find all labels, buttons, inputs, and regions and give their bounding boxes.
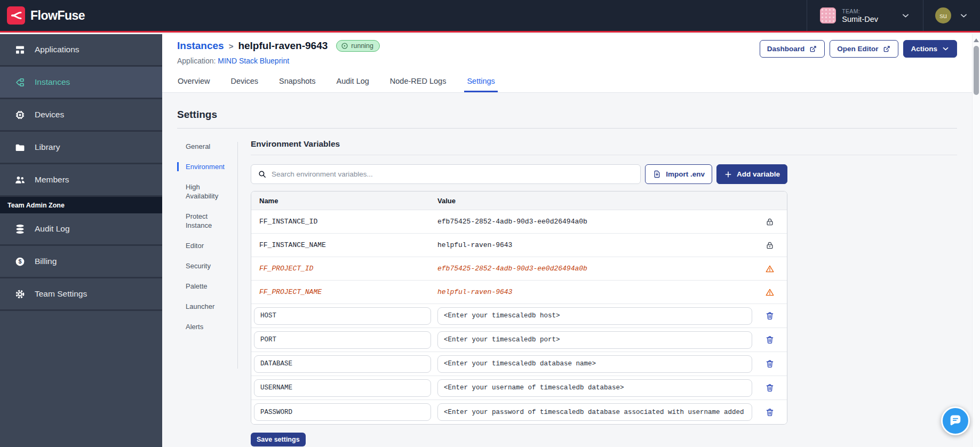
application-link[interactable]: MIND Stack Blueprint [218, 57, 289, 65]
search-input[interactable] [272, 170, 634, 178]
settings-content: Settings General Environment High Availa… [162, 93, 972, 447]
import-env-label: Import .env [666, 170, 705, 178]
chat-widget-button[interactable] [941, 406, 970, 435]
trash-icon[interactable] [753, 311, 787, 321]
sidebar-item-label: Devices [35, 110, 64, 119]
subnav-protect-instance[interactable]: Protect Instance [177, 212, 233, 230]
settings-body: General Environment High Availability Pr… [177, 129, 957, 446]
tab-devices[interactable]: Devices [230, 71, 259, 92]
env-var-value-input[interactable] [437, 403, 752, 421]
env-var-name-input[interactable] [254, 331, 431, 349]
brand-name: FlowFuse [30, 9, 85, 23]
instances-icon [14, 77, 26, 88]
table-row [251, 376, 787, 400]
sidebar-item-label: Audit Log [35, 224, 70, 234]
status-badge: running [336, 40, 380, 52]
subnav-environment[interactable]: Environment [177, 162, 233, 171]
warning-icon [753, 288, 787, 297]
open-editor-button-label: Open Editor [837, 45, 878, 53]
table-row: FF_INSTANCE_NAME helpful-raven-9643 [251, 234, 787, 257]
table-header: Name Value [251, 191, 787, 210]
topbar: FlowFuse TEAM: Sumit-Dev su [0, 0, 980, 33]
header-buttons: Dashboard Open Editor Actions [760, 40, 957, 58]
environment-table: Name Value FF_INSTANCE_ID efb75425-2852-… [251, 191, 787, 425]
applications-icon [14, 44, 26, 55]
tab-overview[interactable]: Overview [177, 71, 210, 92]
settings-subnav: General Environment High Availability Pr… [177, 129, 237, 446]
subnav-editor[interactable]: Editor [177, 241, 233, 250]
sidebar-item-library[interactable]: Library [0, 132, 162, 164]
settings-title: Settings [177, 109, 957, 121]
play-circle-icon [341, 42, 348, 50]
search-icon [258, 170, 267, 179]
trash-icon[interactable] [753, 359, 787, 369]
flowfuse-logo[interactable]: FlowFuse [7, 6, 85, 25]
page-header: Instances > helpful-raven-9643 running A… [162, 34, 972, 71]
table-row [251, 352, 787, 376]
env-var-value-input[interactable] [437, 331, 752, 349]
environment-title: Environment Variables [251, 139, 957, 155]
scrollbar-up-arrow[interactable] [974, 38, 979, 42]
env-var-name-input[interactable] [254, 379, 431, 397]
subnav-palette[interactable]: Palette [177, 282, 233, 291]
sidebar-item-members[interactable]: Members [0, 164, 162, 197]
actions-button[interactable]: Actions [903, 40, 957, 58]
import-env-button[interactable]: Import .env [645, 164, 712, 184]
subnav-high-availability[interactable]: High Availability [177, 182, 233, 201]
save-settings-button[interactable]: Save settings [251, 433, 306, 446]
team-selector[interactable]: TEAM: Sumit-Dev [807, 0, 923, 31]
tab-snapshots[interactable]: Snapshots [278, 71, 316, 92]
users-icon [14, 174, 26, 186]
table-row [251, 304, 787, 328]
environment-panel: Environment Variables [238, 129, 957, 446]
environment-toolbar: Import .env Add variable [251, 164, 787, 184]
svg-text:$: $ [18, 258, 21, 265]
table-row: FF_PROJECT_ID efb75425-2852-4adb-90d3-ee… [251, 257, 787, 281]
external-link-icon [882, 45, 891, 53]
tab-audit-log[interactable]: Audit Log [336, 71, 370, 92]
subnav-alerts[interactable]: Alerts [177, 322, 233, 331]
subnav-general[interactable]: General [177, 142, 233, 151]
scrollbar-thumb[interactable] [974, 46, 979, 95]
sidebar-item-billing[interactable]: $ Billing [0, 246, 162, 278]
env-var-value-input[interactable] [437, 307, 752, 325]
warning-icon [753, 264, 787, 274]
import-file-icon [652, 170, 662, 179]
env-var-name-input[interactable] [254, 355, 431, 373]
tab-settings[interactable]: Settings [466, 71, 495, 92]
env-var-value: efb75425-2852-4adb-90d3-ee0d26494a0b [437, 265, 753, 273]
trash-icon[interactable] [753, 408, 787, 417]
env-var-name-input[interactable] [254, 307, 431, 325]
sidebar-item-devices[interactable]: Devices [0, 99, 162, 132]
user-menu[interactable]: su [923, 0, 980, 31]
breadcrumb-instances-link[interactable]: Instances [177, 40, 224, 52]
sidebar-item-audit-log[interactable]: Audit Log [0, 213, 162, 246]
add-variable-button[interactable]: Add variable [716, 164, 787, 184]
open-editor-button[interactable]: Open Editor [830, 40, 898, 58]
sidebar-item-instances[interactable]: Instances [0, 67, 162, 99]
subnav-security[interactable]: Security [177, 261, 233, 270]
env-var-value-input[interactable] [437, 379, 752, 397]
plus-icon [724, 170, 732, 179]
search-box [251, 164, 641, 184]
dashboard-button[interactable]: Dashboard [760, 40, 825, 58]
env-var-value-input[interactable] [437, 355, 752, 373]
sidebar-item-team-settings[interactable]: Team Settings [0, 278, 162, 311]
main-area: Instances > helpful-raven-9643 running A… [162, 34, 972, 447]
subnav-launcher[interactable]: Launcher [177, 302, 233, 311]
dashboard-button-label: Dashboard [767, 45, 805, 53]
dollar-circle-icon: $ [14, 256, 26, 267]
status-text: running [351, 42, 373, 50]
env-var-name: FF_PROJECT_NAME [251, 288, 437, 296]
trash-icon[interactable] [753, 335, 787, 345]
sidebar-item-label: Members [35, 175, 69, 185]
sidebar: Applications Instances Devices Library [0, 34, 162, 447]
env-var-name-input[interactable] [254, 403, 431, 421]
env-var-name: FF_PROJECT_ID [251, 265, 437, 273]
team-name: Sumit-Dev [842, 15, 878, 23]
tab-node-red-logs[interactable]: Node-RED Logs [389, 71, 447, 92]
add-variable-label: Add variable [737, 170, 780, 178]
trash-icon[interactable] [753, 383, 787, 393]
instance-name: helpful-raven-9643 [238, 40, 328, 52]
sidebar-item-applications[interactable]: Applications [0, 34, 162, 67]
